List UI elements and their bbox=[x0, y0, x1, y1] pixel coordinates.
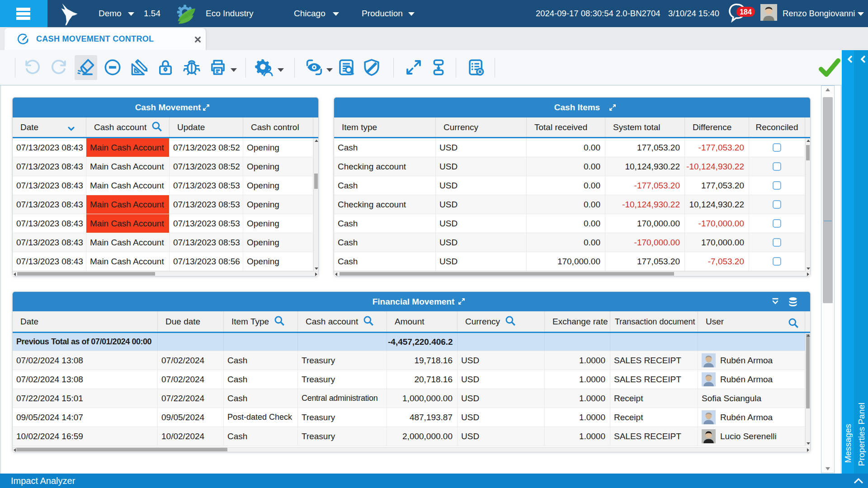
svg-text:184: 184 bbox=[740, 8, 752, 16]
